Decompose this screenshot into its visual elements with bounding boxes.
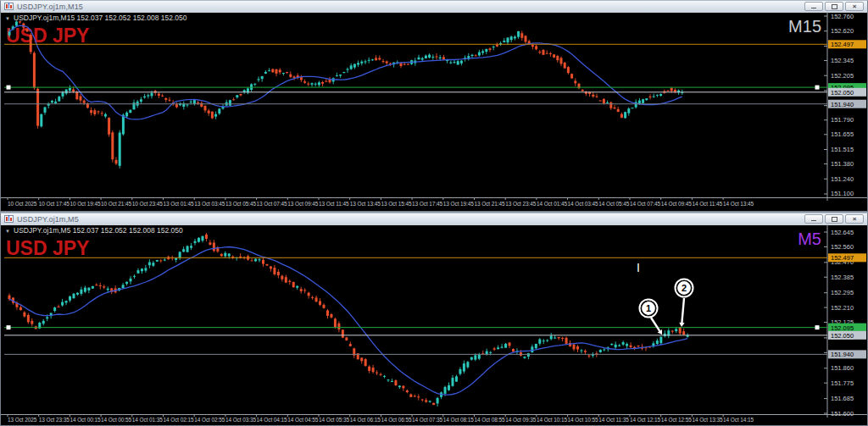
x-tick-label: 14 Oct 04:55: [287, 417, 319, 423]
candle-body: [125, 282, 128, 284]
close-button[interactable]: ×: [845, 214, 864, 224]
x-tick-label: 13 Oct 23:45: [505, 201, 537, 207]
candle-body: [492, 47, 495, 47]
candle-body: [372, 368, 375, 372]
x-tick-label: 13 Oct 07:45: [257, 201, 288, 207]
candle-body: [254, 259, 257, 262]
x-tick-label: 14 Oct 11:35: [598, 417, 629, 423]
candle-body: [83, 101, 86, 103]
chart-header-ohlc: USDJPY.oj1m,M5 152.037 152.052 152.008 1…: [14, 226, 183, 235]
x-tick-label: 13 Oct 13:45: [350, 201, 381, 207]
candle-body: [517, 31, 520, 37]
symbol-watermark: USD JPY: [6, 237, 89, 259]
candle-body: [125, 113, 128, 117]
candle-body: [323, 305, 326, 308]
candle-body: [431, 57, 434, 58]
candle-body: [556, 56, 559, 60]
candle-body: [186, 104, 189, 105]
symbol-dropdown-icon[interactable]: ▼: [5, 16, 10, 21]
candle-body: [326, 310, 329, 315]
candle-body: [560, 58, 563, 64]
candle-body: [463, 363, 465, 371]
candle-body: [674, 90, 676, 92]
candle-body: [402, 386, 404, 389]
candle-body: [406, 390, 409, 392]
minimize-button[interactable]: [804, 2, 823, 11]
level-price-text: 152.497: [831, 254, 854, 262]
annotation-arrow: [651, 318, 659, 331]
minimize-icon: [811, 220, 816, 221]
candle-body: [375, 58, 377, 60]
x-tick-label: 14 Oct 03:45: [568, 201, 599, 207]
candle-body: [380, 374, 382, 375]
candle-body: [576, 346, 579, 350]
candle-body: [80, 97, 82, 101]
candle-body: [425, 56, 427, 58]
x-tick-label: 13 Oct 23:35: [39, 417, 70, 423]
candle-body: [546, 53, 548, 54]
candle-body: [194, 241, 197, 243]
candle-body: [61, 302, 64, 306]
candle-body: [143, 97, 146, 97]
restore-button[interactable]: [825, 214, 843, 224]
candle-body: [437, 398, 439, 404]
candle-body: [265, 264, 268, 266]
x-tick-label: 14 Oct 10:15: [537, 417, 568, 423]
y-tick-label: 152.210: [831, 304, 854, 312]
candle-body: [606, 102, 609, 103]
candle-body: [201, 236, 203, 241]
candle-body: [27, 315, 30, 322]
candle-body: [514, 36, 516, 38]
candle-body: [512, 349, 515, 351]
window-titlebar[interactable]: USDJPY.oj1m,M15 ×: [1, 1, 867, 12]
line-handle[interactable]: [7, 86, 11, 90]
candle-body: [451, 378, 453, 386]
annotation-note: I: [637, 261, 640, 274]
minimize-button[interactable]: [804, 214, 823, 224]
chart-window-m15[interactable]: USDJPY.oj1m,M15 × ▼ USDJPY.oj1m,M15 152.…: [0, 0, 868, 212]
candle-body: [371, 59, 374, 60]
candlestick-chart-m15[interactable]: ▼ USDJPY.oj1m,M15 152.037 152.052 152.00…: [1, 12, 867, 211]
restore-button[interactable]: [825, 2, 843, 11]
candle-body: [653, 97, 655, 97]
candle-body: [599, 100, 602, 101]
candle-body: [546, 340, 548, 341]
x-tick-label: 13 Oct 11:45: [319, 201, 349, 207]
candle-body: [26, 29, 29, 31]
x-tick-label: 13 Oct 01:45: [164, 201, 195, 207]
line-handle[interactable]: [815, 86, 820, 90]
x-tick-label: 13 Oct 19:45: [443, 201, 475, 207]
candle-body: [175, 258, 177, 260]
candle-body: [90, 110, 92, 113]
candle-body: [592, 95, 594, 97]
candle-body: [455, 376, 458, 381]
candle-body: [349, 344, 352, 346]
symbol-dropdown-icon[interactable]: ▼: [5, 229, 10, 234]
candle-body: [622, 342, 625, 345]
y-tick-label: 151.380: [831, 160, 854, 168]
candle-body: [603, 350, 605, 351]
candle-body: [36, 89, 39, 126]
candle-body: [264, 72, 267, 74]
close-button[interactable]: ×: [845, 2, 864, 11]
window-titlebar[interactable]: USDJPY.oj1m,M5 ×: [1, 213, 867, 224]
line-handle[interactable]: [7, 325, 11, 329]
candle-body: [554, 338, 556, 339]
candle-body: [615, 345, 617, 347]
x-tick-label: 14 Oct 02:15: [164, 417, 195, 423]
candle-body: [391, 381, 393, 382]
timeframe-badge: M5: [798, 230, 821, 248]
candle-body: [596, 97, 598, 97]
candle-body: [300, 77, 303, 80]
candle-body: [97, 111, 100, 112]
candle-body: [292, 282, 295, 287]
candle-body: [282, 73, 285, 74]
line-handle[interactable]: [815, 325, 820, 329]
x-tick-label: 14 Oct 13:45: [723, 201, 754, 207]
candle-body: [337, 324, 340, 329]
candle-body: [15, 21, 18, 25]
candle-body: [270, 267, 272, 269]
candle-body: [345, 337, 348, 340]
chart-window-m5[interactable]: USDJPY.oj1m,M5 × ▼ USDJPY.oj1m,M5 152.03…: [0, 213, 868, 426]
candlestick-chart-m5[interactable]: ▼ USDJPY.oj1m,M5 152.037 152.052 152.008…: [1, 224, 867, 425]
